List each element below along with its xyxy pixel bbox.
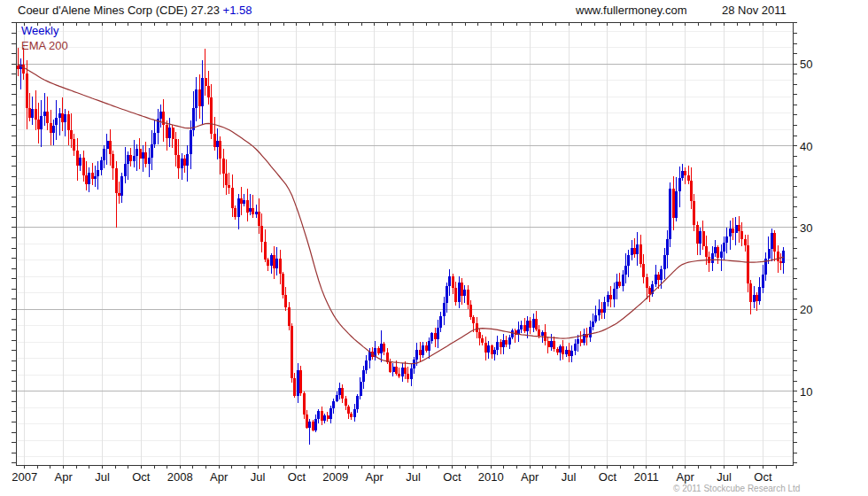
candle (50, 110, 52, 145)
candle (207, 71, 210, 105)
candle (303, 391, 306, 419)
candle (255, 205, 258, 217)
candle (708, 252, 710, 272)
candle (428, 337, 430, 358)
candle (496, 336, 499, 355)
candle (714, 240, 717, 257)
candle (601, 302, 603, 319)
candle (583, 329, 585, 345)
candle (17, 48, 19, 77)
candle (633, 238, 636, 257)
candle (148, 148, 151, 178)
candle (646, 274, 648, 299)
candle (467, 285, 469, 309)
chart-page: 1020304050 2007AprJulOct2008AprJulOct200… (0, 0, 868, 496)
minor-gridlines (16, 31, 793, 457)
candle (264, 229, 267, 263)
candle (258, 198, 260, 235)
candle (260, 213, 263, 252)
candle (672, 176, 675, 230)
candle (129, 148, 132, 167)
x-axis-label: Apr (210, 470, 229, 484)
candle (205, 49, 207, 96)
candle (213, 117, 216, 151)
x-axis-label: 2010 (478, 470, 504, 484)
candle (437, 320, 439, 348)
candle (293, 373, 296, 397)
candle (547, 337, 550, 353)
candle (88, 167, 90, 193)
candle (231, 174, 234, 217)
x-axis-label: Oct (443, 470, 461, 484)
candle (699, 228, 701, 256)
legend-timeframe: Weekly (21, 24, 58, 37)
candle (398, 368, 400, 378)
candle (732, 218, 734, 240)
chart-title: Coeur d'Alene Mines Corp (CDE) 27.23 +1.… (18, 4, 252, 17)
candle (500, 339, 502, 354)
candle (756, 292, 758, 311)
y-axis-label: 40 (800, 140, 812, 153)
candle (622, 270, 624, 291)
candle (669, 182, 671, 247)
candle (458, 276, 461, 308)
candle (168, 118, 171, 147)
candle (469, 300, 472, 321)
candle (678, 167, 681, 207)
candle (723, 236, 725, 260)
candle (338, 383, 341, 399)
candle (284, 287, 287, 312)
candle (684, 167, 686, 184)
candle (515, 329, 517, 343)
candle (559, 345, 562, 360)
candle (37, 103, 40, 143)
candle (118, 182, 120, 204)
candle (782, 247, 785, 274)
candle (747, 235, 749, 292)
x-axis-labels: 2007AprJulOct2008AprJulOct2009AprJulOct2… (12, 470, 772, 484)
candle (216, 128, 219, 159)
candle (91, 163, 94, 185)
x-axis-label: 2007 (12, 470, 37, 484)
candle (505, 336, 508, 347)
candle (484, 337, 487, 360)
candle (279, 250, 282, 284)
candle (532, 314, 535, 332)
candle (172, 125, 174, 148)
x-axis-label: Oct (288, 470, 306, 484)
candle (594, 306, 597, 323)
candle (70, 113, 73, 148)
candle (651, 281, 654, 297)
candle (598, 299, 601, 321)
x-axis-label: Jul (95, 470, 110, 484)
candle (508, 335, 511, 349)
candle (312, 420, 314, 431)
x-axis-label: Jul (251, 470, 266, 484)
candle (681, 164, 684, 181)
copyright-label: © 2011 Stockcube Research Ltd (673, 484, 800, 493)
y-axis-label: 20 (800, 303, 812, 316)
candle (317, 409, 320, 422)
x-axis-label: Oct (599, 470, 617, 484)
candle (422, 342, 424, 358)
candle (738, 216, 740, 243)
candle (112, 151, 114, 179)
candle (356, 394, 359, 413)
candle (46, 97, 49, 130)
candle (740, 222, 743, 246)
candle (282, 272, 284, 298)
price-chart-svg: 1020304050 2007AprJulOct2008AprJulOct200… (0, 0, 868, 496)
candle (562, 340, 564, 360)
candle (222, 149, 225, 188)
candle (198, 74, 201, 119)
candle (341, 384, 344, 403)
candle (666, 230, 669, 267)
candle (43, 93, 46, 126)
candle (321, 407, 323, 425)
candle (153, 120, 156, 149)
candle (237, 194, 240, 229)
candle (106, 134, 109, 165)
candle (565, 346, 568, 357)
candle (693, 194, 695, 231)
candle (463, 285, 466, 303)
